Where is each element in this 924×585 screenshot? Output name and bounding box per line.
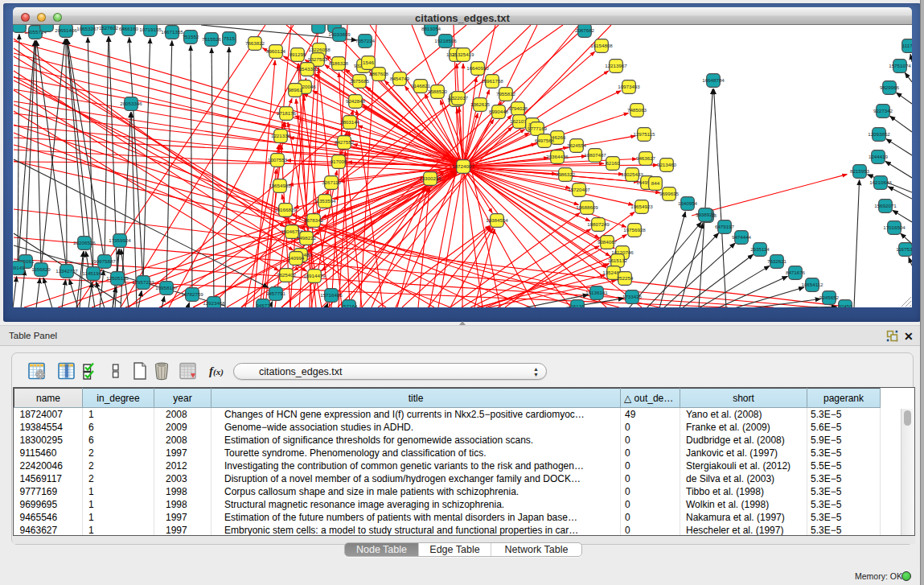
svg-text:11173: 11173 xyxy=(902,43,912,48)
svg-text:9227342: 9227342 xyxy=(873,108,893,113)
svg-text:9327503: 9327503 xyxy=(308,56,328,62)
svg-text:1007553: 1007553 xyxy=(268,157,288,163)
svg-text:16914479: 16914479 xyxy=(303,273,326,278)
svg-text:7986322: 7986322 xyxy=(556,171,576,177)
svg-text:1362615: 1362615 xyxy=(470,101,491,107)
svg-text:5498222: 5498222 xyxy=(297,235,317,241)
svg-text:1615132: 1615132 xyxy=(608,257,628,263)
svg-text:16640910: 16640910 xyxy=(466,65,489,71)
svg-text:2718176: 2718176 xyxy=(277,110,297,116)
svg-text:8186328: 8186328 xyxy=(329,60,349,66)
svg-text:8678342: 8678342 xyxy=(304,217,324,223)
svg-text:19384554: 19384554 xyxy=(486,217,508,223)
svg-text:7632621: 7632621 xyxy=(767,258,787,264)
svg-text:16961758: 16961758 xyxy=(481,78,503,84)
svg-text:3675685: 3675685 xyxy=(350,78,370,84)
svg-text:16543382: 16543382 xyxy=(296,66,318,72)
svg-text:1322037: 1322037 xyxy=(449,95,469,101)
svg-text:16136: 16136 xyxy=(570,303,585,307)
svg-text:1588520: 1588520 xyxy=(428,89,448,94)
svg-text:10654112: 10654112 xyxy=(801,282,823,287)
svg-text:92450: 92450 xyxy=(838,303,852,307)
svg-text:8960124: 8960124 xyxy=(266,48,286,54)
svg-text:10958187: 10958187 xyxy=(155,285,178,290)
svg-text:10653267: 10653267 xyxy=(76,26,99,31)
svg-text:11451941: 11451941 xyxy=(82,270,105,276)
svg-text:12093852: 12093852 xyxy=(868,131,890,137)
svg-text:16210643: 16210643 xyxy=(869,179,892,185)
svg-text:20053346: 20053346 xyxy=(120,101,142,106)
svg-text:2803144: 2803144 xyxy=(340,119,360,125)
svg-text:8471676: 8471676 xyxy=(786,270,806,275)
svg-text:19756928: 19756928 xyxy=(623,227,646,233)
svg-text:19218506: 19218506 xyxy=(434,38,457,43)
svg-text:1546: 1546 xyxy=(363,60,374,65)
svg-text:10807487: 10807487 xyxy=(584,152,606,158)
svg-text:891295: 891295 xyxy=(290,51,306,57)
svg-text:9242848: 9242848 xyxy=(346,98,366,104)
svg-text:11325419: 11325419 xyxy=(452,51,474,57)
svg-text:12975115: 12975115 xyxy=(633,131,655,137)
svg-text:17957223: 17957223 xyxy=(132,279,154,285)
svg-text:9777169: 9777169 xyxy=(528,126,548,131)
svg-text:7515526: 7515526 xyxy=(202,36,222,42)
svg-text:39149: 39149 xyxy=(13,265,25,270)
svg-text:94577: 94577 xyxy=(256,303,270,307)
svg-text:15716485: 15716485 xyxy=(320,292,343,298)
svg-text:17359924: 17359924 xyxy=(109,237,131,243)
svg-text:6479197: 6479197 xyxy=(715,224,735,229)
svg-text:12213967: 12213967 xyxy=(605,63,627,68)
svg-text:8454749: 8454749 xyxy=(390,76,410,81)
svg-text:9146821: 9146821 xyxy=(411,83,431,89)
svg-text:12505135: 12505135 xyxy=(106,275,129,281)
svg-text:1733426: 1733426 xyxy=(622,294,643,299)
svg-text:13226058: 13226058 xyxy=(308,47,331,52)
svg-text:11353594: 11353594 xyxy=(314,198,336,204)
svg-text:8427552: 8427552 xyxy=(335,139,355,145)
svg-text:9474444: 9474444 xyxy=(732,234,752,240)
svg-text:16136141: 16136141 xyxy=(585,290,608,295)
svg-text:15751074: 15751074 xyxy=(889,63,911,68)
svg-text:2087682: 2087682 xyxy=(575,27,595,33)
svg-text:16033809: 16033809 xyxy=(328,31,351,37)
svg-text:5938923: 5938923 xyxy=(696,212,716,217)
svg-text:1527602: 1527602 xyxy=(99,25,119,31)
svg-text:6794028: 6794028 xyxy=(508,105,528,111)
svg-text:9245652: 9245652 xyxy=(819,295,840,300)
svg-text:15720407: 15720407 xyxy=(568,187,590,192)
svg-text:7515: 7515 xyxy=(224,35,235,41)
svg-text:157164: 157164 xyxy=(341,303,358,307)
svg-text:751552: 751552 xyxy=(183,34,199,39)
svg-text:7663822: 7663822 xyxy=(245,40,265,46)
svg-text:9463627: 9463627 xyxy=(636,155,656,161)
svg-text:9829966: 9829966 xyxy=(880,84,900,90)
svg-text:16154808: 16154808 xyxy=(590,43,613,48)
svg-text:12342737: 12342737 xyxy=(55,268,78,274)
svg-text:2867608: 2867608 xyxy=(369,71,389,76)
svg-text:7955812: 7955812 xyxy=(496,91,516,97)
svg-text:10719155: 10719155 xyxy=(139,27,162,32)
svg-text:10973493: 10973493 xyxy=(618,84,640,89)
svg-text:1221338: 1221338 xyxy=(271,133,291,138)
svg-text:844: 844 xyxy=(651,180,660,186)
svg-text:16648784: 16648784 xyxy=(702,77,725,83)
svg-text:2935114: 2935114 xyxy=(750,246,770,252)
svg-text:16782759: 16782759 xyxy=(181,291,203,297)
svg-text:6466160: 6466160 xyxy=(119,26,139,31)
svg-text:20691406: 20691406 xyxy=(55,27,77,33)
svg-text:140994: 140994 xyxy=(288,255,305,261)
svg-text:16671355: 16671355 xyxy=(161,29,183,35)
svg-text:9213460: 9213460 xyxy=(657,162,677,167)
svg-text:9699695: 9699695 xyxy=(659,191,680,196)
svg-text:1640954: 1640954 xyxy=(678,200,698,206)
svg-text:7625402: 7625402 xyxy=(277,272,297,278)
svg-text:1156829: 1156829 xyxy=(31,266,51,272)
svg-text:62160: 62160 xyxy=(606,160,620,166)
svg-text:18724007: 18724007 xyxy=(452,163,474,169)
svg-text:8813054: 8813054 xyxy=(421,26,441,31)
svg-text:19166829: 19166829 xyxy=(274,207,297,212)
svg-text:3624554: 3624554 xyxy=(567,142,587,148)
svg-text:917006: 917006 xyxy=(331,159,347,164)
svg-text:19654923: 19654923 xyxy=(630,204,653,209)
svg-text:15692071: 15692071 xyxy=(874,203,897,208)
